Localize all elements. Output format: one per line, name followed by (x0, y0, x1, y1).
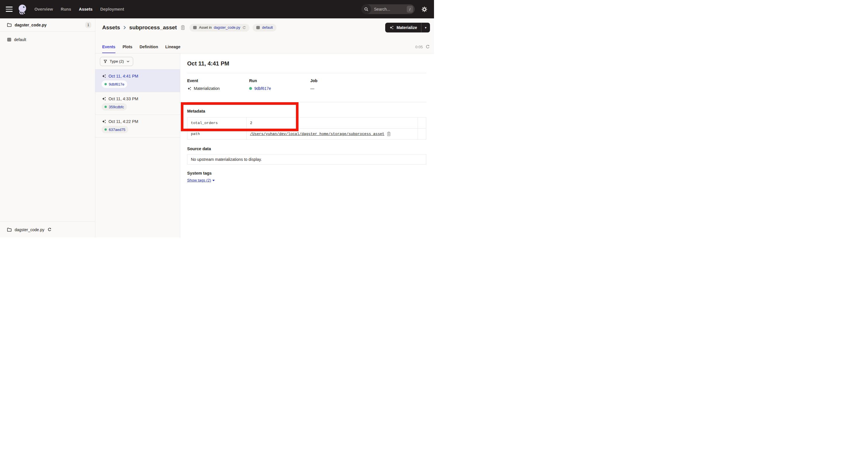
run-id-pill[interactable]: 359cdbfc (102, 103, 127, 111)
type-filter-button[interactable]: Type (2) (100, 57, 133, 66)
tab-plots[interactable]: Plots (123, 44, 132, 53)
materialize-button[interactable]: Materialize ▾ (385, 23, 430, 32)
breadcrumb-assets-link[interactable]: Assets (102, 24, 120, 31)
chevron-right-icon (123, 25, 127, 30)
metadata-path-link[interactable]: /Users/yuhan/dev/local/dagster_home/stor… (250, 132, 384, 136)
sidebar-group-label: default (14, 37, 26, 42)
sidebar-item-label: dagster_code.py (14, 23, 82, 27)
refresh-icon[interactable] (425, 44, 430, 49)
asset-page-header: Assets subprocess_asset Asset in dagster… (95, 19, 434, 53)
sidebar-footer-code-location[interactable]: dagster_code.py (0, 221, 95, 237)
copy-icon[interactable] (386, 131, 391, 137)
run-status-dot (104, 106, 107, 108)
run-status-dot (104, 128, 107, 131)
sidebar-item-group-default[interactable]: default (0, 35, 95, 44)
event-list-panel: Type (2) Oct 11, 4:41 PM 9dbf617e (95, 53, 180, 237)
top-nav-bar: Overview Runs Assets Deployment Search..… (0, 0, 434, 19)
event-timestamp: Oct 11, 4:41 PM (108, 74, 138, 79)
filter-funnel-icon (103, 59, 107, 63)
table-row: total_orders 2 (187, 117, 426, 128)
metadata-key: total_orders (187, 117, 247, 128)
event-column-label: Event (187, 78, 249, 84)
search-placeholder: Search... (374, 7, 407, 11)
asset-count-badge: 1 (85, 22, 91, 28)
code-location-link[interactable]: dagster_code.py (214, 26, 240, 30)
source-data-empty-message: No upstream materializations to display. (191, 157, 262, 162)
grid-icon (193, 26, 197, 30)
job-column-label: Job (310, 78, 426, 84)
search-icon (361, 4, 371, 14)
event-detail-title: Oct 11, 4:41 PM (187, 60, 426, 67)
primary-nav: Overview Runs Assets Deployment (34, 7, 124, 11)
refresh-icon[interactable] (242, 26, 246, 30)
source-data-empty-box: No upstream materializations to display. (187, 154, 426, 165)
folder-icon (7, 22, 12, 27)
grid-icon (7, 37, 11, 42)
sparkle-materialization-icon (102, 119, 106, 124)
folder-icon (7, 227, 12, 232)
asset-in-location-badge[interactable]: Asset in dagster_code.py (189, 24, 249, 32)
gear-icon[interactable] (422, 6, 427, 12)
job-value-empty: — (310, 86, 314, 91)
type-filter-label: Type (2) (110, 59, 124, 63)
divider (187, 73, 426, 73)
run-id-link[interactable]: 9dbf617e (109, 82, 124, 86)
metadata-key: path (187, 129, 247, 139)
tab-events[interactable]: Events (102, 44, 115, 53)
divider (187, 102, 426, 102)
event-list-item[interactable]: Oct 11, 4:41 PM 9dbf617e (95, 69, 180, 92)
tab-definition[interactable]: Definition (140, 44, 158, 53)
run-status-dot (104, 83, 107, 85)
table-row: path /Users/yuhan/dev/local/dagster_home… (187, 128, 426, 139)
nav-item-assets[interactable]: Assets (79, 7, 93, 11)
chevron-down-icon (126, 60, 130, 63)
run-id-pill[interactable]: 637aed75 (102, 126, 128, 133)
run-id-pill[interactable]: 9dbf617e (102, 81, 127, 88)
table-end-cell (418, 117, 426, 128)
run-id-link[interactable]: 9dbf617e (254, 86, 271, 91)
group-link[interactable]: default (262, 26, 273, 30)
search-shortcut-key: / (407, 6, 413, 12)
dagster-logo[interactable] (17, 3, 28, 15)
asset-in-prefix: Asset in (199, 26, 212, 30)
materialize-dropdown-button[interactable]: ▾ (422, 23, 430, 32)
sidebar-item-code-location[interactable]: dagster_code.py 1 (0, 19, 95, 32)
show-tags-toggle[interactable]: Show tags (2) (187, 178, 215, 182)
menu-icon[interactable] (6, 7, 12, 12)
asset-catalog-sidebar: dagster_code.py 1 default dagster_code.p… (0, 19, 95, 237)
metadata-table: total_orders 2 path /Users/yuhan/dev/loc… (187, 117, 426, 140)
system-tags-heading: System tags (187, 170, 426, 176)
group-badge[interactable]: default (253, 24, 276, 32)
nav-item-runs[interactable]: Runs (61, 7, 71, 11)
asset-tabs: Events Plots Definition Lineage 0:05 (95, 32, 434, 53)
tab-lineage[interactable]: Lineage (165, 44, 181, 53)
metadata-value: 2 (250, 121, 252, 125)
run-status-dot (249, 87, 252, 90)
nav-item-deployment[interactable]: Deployment (100, 7, 124, 11)
search-input[interactable]: Search... / (361, 4, 415, 14)
refresh-icon[interactable] (48, 228, 52, 232)
sparkle-materialization-icon (389, 25, 394, 30)
sparkle-materialization-icon (102, 96, 106, 101)
refresh-countdown: 0:05 (415, 45, 423, 49)
breadcrumb: Assets subprocess_asset (102, 24, 185, 31)
page-title: subprocess_asset (129, 24, 177, 31)
chevron-down-icon: ▾ (425, 26, 427, 30)
table-end-cell (418, 129, 426, 139)
metadata-heading: Metadata (187, 108, 426, 114)
chevron-down-icon (212, 180, 215, 181)
nav-item-overview[interactable]: Overview (34, 7, 53, 11)
grid-icon (256, 26, 260, 30)
source-data-heading: Source data (187, 146, 426, 152)
sparkle-materialization-icon (102, 74, 106, 79)
event-list-item[interactable]: Oct 11, 4:33 PM 359cdbfc (95, 92, 180, 115)
sparkle-materialization-icon (187, 86, 191, 91)
run-id-link[interactable]: 637aed75 (109, 127, 125, 132)
event-list-item[interactable]: Oct 11, 4:22 PM 637aed75 (95, 115, 180, 138)
run-id-link[interactable]: 359cdbfc (109, 105, 124, 109)
run-column-label: Run (249, 78, 310, 84)
show-tags-label: Show tags (2) (187, 178, 211, 182)
event-timestamp: Oct 11, 4:22 PM (108, 119, 138, 124)
copy-icon[interactable] (181, 25, 185, 30)
sidebar-footer-label: dagster_code.py (14, 228, 44, 232)
